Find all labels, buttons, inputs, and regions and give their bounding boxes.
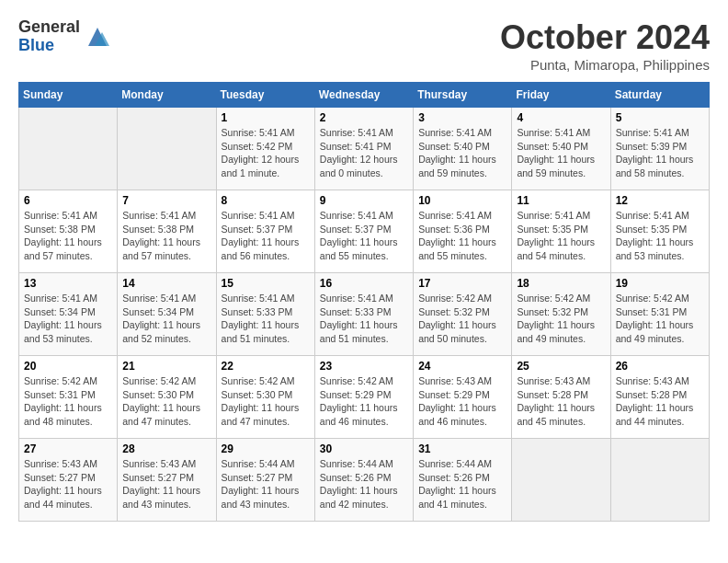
- day-number: 13: [24, 277, 112, 290]
- calendar-cell: 23Sunrise: 5:42 AM Sunset: 5:29 PM Dayli…: [314, 356, 413, 439]
- calendar-week-5: 27Sunrise: 5:43 AM Sunset: 5:27 PM Dayli…: [19, 439, 710, 522]
- calendar-cell: 9Sunrise: 5:41 AM Sunset: 5:37 PM Daylig…: [314, 190, 413, 273]
- day-number: 30: [320, 442, 408, 455]
- day-info: Sunrise: 5:41 AM Sunset: 5:41 PM Dayligh…: [320, 126, 408, 180]
- header-wednesday: Wednesday: [314, 83, 413, 108]
- calendar-cell: 13Sunrise: 5:41 AM Sunset: 5:34 PM Dayli…: [19, 273, 118, 356]
- day-info: Sunrise: 5:42 AM Sunset: 5:32 PM Dayligh…: [517, 292, 605, 346]
- day-info: Sunrise: 5:43 AM Sunset: 5:27 PM Dayligh…: [122, 457, 210, 511]
- calendar-cell: 12Sunrise: 5:41 AM Sunset: 5:35 PM Dayli…: [610, 190, 709, 273]
- calendar-table: SundayMondayTuesdayWednesdayThursdayFrid…: [18, 82, 710, 522]
- day-info: Sunrise: 5:42 AM Sunset: 5:29 PM Dayligh…: [320, 374, 408, 429]
- calendar-cell: 26Sunrise: 5:43 AM Sunset: 5:28 PM Dayli…: [610, 356, 709, 439]
- calendar-cell: 30Sunrise: 5:44 AM Sunset: 5:26 PM Dayli…: [314, 439, 413, 522]
- day-info: Sunrise: 5:43 AM Sunset: 5:27 PM Dayligh…: [24, 457, 112, 511]
- day-number: 23: [320, 360, 408, 373]
- day-number: 15: [222, 277, 310, 290]
- calendar-cell: [512, 439, 610, 522]
- day-info: Sunrise: 5:41 AM Sunset: 5:38 PM Dayligh…: [24, 209, 112, 263]
- day-info: Sunrise: 5:44 AM Sunset: 5:26 PM Dayligh…: [418, 457, 506, 511]
- day-number: 25: [517, 360, 605, 373]
- calendar-cell: 4Sunrise: 5:41 AM Sunset: 5:40 PM Daylig…: [512, 108, 610, 190]
- calendar-cell: 25Sunrise: 5:43 AM Sunset: 5:28 PM Dayli…: [512, 356, 610, 439]
- calendar-cell: 6Sunrise: 5:41 AM Sunset: 5:38 PM Daylig…: [19, 190, 118, 273]
- day-number: 24: [418, 360, 506, 373]
- calendar-cell: 16Sunrise: 5:41 AM Sunset: 5:33 PM Dayli…: [314, 273, 413, 356]
- logo-general-text: General: [18, 18, 80, 37]
- page-header: General Blue October 2024 Punta, Mimarop…: [18, 18, 710, 73]
- day-number: 6: [24, 194, 112, 207]
- day-number: 27: [24, 442, 112, 455]
- calendar-cell: [19, 108, 118, 190]
- day-info: Sunrise: 5:41 AM Sunset: 5:40 PM Dayligh…: [517, 126, 605, 180]
- day-number: 12: [616, 194, 704, 207]
- day-info: Sunrise: 5:41 AM Sunset: 5:36 PM Dayligh…: [418, 209, 506, 263]
- calendar-cell: 5Sunrise: 5:41 AM Sunset: 5:39 PM Daylig…: [610, 108, 709, 190]
- day-number: 4: [517, 111, 605, 124]
- day-info: Sunrise: 5:44 AM Sunset: 5:27 PM Dayligh…: [222, 457, 310, 511]
- day-number: 8: [222, 194, 310, 207]
- day-number: 22: [222, 360, 310, 373]
- day-info: Sunrise: 5:41 AM Sunset: 5:42 PM Dayligh…: [222, 126, 310, 180]
- day-number: 17: [418, 277, 506, 290]
- calendar-cell: 27Sunrise: 5:43 AM Sunset: 5:27 PM Dayli…: [19, 439, 118, 522]
- day-number: 14: [122, 277, 210, 290]
- calendar-cell: 31Sunrise: 5:44 AM Sunset: 5:26 PM Dayli…: [414, 439, 512, 522]
- day-number: 26: [616, 360, 704, 373]
- calendar-cell: [610, 439, 709, 522]
- day-number: 31: [418, 442, 506, 455]
- day-info: Sunrise: 5:41 AM Sunset: 5:40 PM Dayligh…: [418, 126, 506, 180]
- header-monday: Monday: [118, 83, 216, 108]
- header-thursday: Thursday: [414, 83, 512, 108]
- header-friday: Friday: [512, 83, 610, 108]
- day-info: Sunrise: 5:42 AM Sunset: 5:31 PM Dayligh…: [616, 292, 704, 346]
- day-info: Sunrise: 5:43 AM Sunset: 5:28 PM Dayligh…: [616, 374, 704, 429]
- calendar-cell: 29Sunrise: 5:44 AM Sunset: 5:27 PM Dayli…: [216, 439, 314, 522]
- day-info: Sunrise: 5:41 AM Sunset: 5:33 PM Dayligh…: [320, 292, 408, 346]
- day-number: 1: [222, 111, 310, 124]
- calendar-cell: 18Sunrise: 5:42 AM Sunset: 5:32 PM Dayli…: [512, 273, 610, 356]
- day-info: Sunrise: 5:41 AM Sunset: 5:37 PM Dayligh…: [222, 209, 310, 263]
- title-block: October 2024 Punta, Mimaropa, Philippine…: [500, 18, 710, 73]
- header-sunday: Sunday: [19, 83, 118, 108]
- calendar-cell: 17Sunrise: 5:42 AM Sunset: 5:32 PM Dayli…: [414, 273, 512, 356]
- day-number: 16: [320, 277, 408, 290]
- calendar-week-1: 1Sunrise: 5:41 AM Sunset: 5:42 PM Daylig…: [19, 108, 710, 190]
- day-info: Sunrise: 5:43 AM Sunset: 5:28 PM Dayligh…: [517, 374, 605, 429]
- calendar-cell: [118, 108, 216, 190]
- day-number: 9: [320, 194, 408, 207]
- day-number: 19: [616, 277, 704, 290]
- calendar-cell: 11Sunrise: 5:41 AM Sunset: 5:35 PM Dayli…: [512, 190, 610, 273]
- day-info: Sunrise: 5:44 AM Sunset: 5:26 PM Dayligh…: [320, 457, 408, 511]
- calendar-cell: 8Sunrise: 5:41 AM Sunset: 5:37 PM Daylig…: [216, 190, 314, 273]
- day-info: Sunrise: 5:41 AM Sunset: 5:34 PM Dayligh…: [122, 292, 210, 346]
- day-number: 29: [222, 442, 310, 455]
- calendar-cell: 28Sunrise: 5:43 AM Sunset: 5:27 PM Dayli…: [118, 439, 216, 522]
- day-number: 28: [122, 442, 210, 455]
- day-number: 5: [616, 111, 704, 124]
- calendar-cell: 20Sunrise: 5:42 AM Sunset: 5:31 PM Dayli…: [19, 356, 118, 439]
- calendar-cell: 19Sunrise: 5:42 AM Sunset: 5:31 PM Dayli…: [610, 273, 709, 356]
- calendar-cell: 10Sunrise: 5:41 AM Sunset: 5:36 PM Dayli…: [414, 190, 512, 273]
- calendar-cell: 22Sunrise: 5:42 AM Sunset: 5:30 PM Dayli…: [216, 356, 314, 439]
- calendar-header-row: SundayMondayTuesdayWednesdayThursdayFrid…: [19, 83, 710, 108]
- calendar-cell: 7Sunrise: 5:41 AM Sunset: 5:38 PM Daylig…: [118, 190, 216, 273]
- day-number: 7: [122, 194, 210, 207]
- day-number: 3: [418, 111, 506, 124]
- day-info: Sunrise: 5:41 AM Sunset: 5:35 PM Dayligh…: [616, 209, 704, 263]
- day-info: Sunrise: 5:42 AM Sunset: 5:30 PM Dayligh…: [222, 374, 310, 429]
- calendar-cell: 2Sunrise: 5:41 AM Sunset: 5:41 PM Daylig…: [314, 108, 413, 190]
- logo-icon: [84, 23, 111, 51]
- calendar-week-4: 20Sunrise: 5:42 AM Sunset: 5:31 PM Dayli…: [19, 356, 710, 439]
- calendar-cell: 15Sunrise: 5:41 AM Sunset: 5:33 PM Dayli…: [216, 273, 314, 356]
- calendar-cell: 24Sunrise: 5:43 AM Sunset: 5:29 PM Dayli…: [414, 356, 512, 439]
- calendar-cell: 3Sunrise: 5:41 AM Sunset: 5:40 PM Daylig…: [414, 108, 512, 190]
- header-saturday: Saturday: [610, 83, 709, 108]
- calendar-week-3: 13Sunrise: 5:41 AM Sunset: 5:34 PM Dayli…: [19, 273, 710, 356]
- calendar-week-2: 6Sunrise: 5:41 AM Sunset: 5:38 PM Daylig…: [19, 190, 710, 273]
- main-title: October 2024: [500, 18, 710, 57]
- day-info: Sunrise: 5:42 AM Sunset: 5:31 PM Dayligh…: [24, 374, 112, 429]
- day-info: Sunrise: 5:41 AM Sunset: 5:39 PM Dayligh…: [616, 126, 704, 180]
- day-info: Sunrise: 5:41 AM Sunset: 5:38 PM Dayligh…: [122, 209, 210, 263]
- day-info: Sunrise: 5:41 AM Sunset: 5:35 PM Dayligh…: [517, 209, 605, 263]
